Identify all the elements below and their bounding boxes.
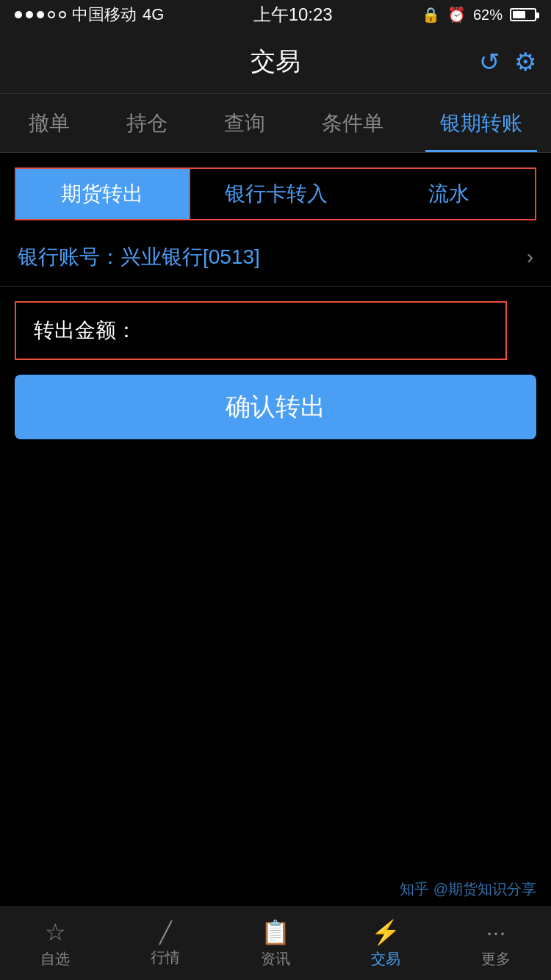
page-title: 交易 — [251, 45, 300, 79]
amount-row[interactable]: 转出金额： — [15, 301, 507, 360]
bank-account-text: 银行账号：兴业银行[0513] — [18, 243, 260, 271]
battery-percent: 62% — [473, 7, 503, 24]
bank-account-row[interactable]: 银行账号：兴业银行[0513] › — [0, 228, 551, 287]
bottom-tab-trade[interactable]: ⚡ 交易 — [331, 918, 441, 969]
news-label: 资讯 — [261, 949, 290, 969]
market-label: 行情 — [151, 948, 180, 968]
bottom-tab-bar: ☆ 自选 ╱ 行情 📋 资讯 ⚡ 交易 ··· 更多 — [0, 907, 551, 980]
bank-account-suffix: [0513] — [203, 245, 260, 268]
chevron-right-icon[interactable]: › — [527, 245, 533, 269]
settings-icon[interactable]: ⚙ — [514, 47, 536, 76]
subtab-flow[interactable]: 流水 — [362, 167, 536, 220]
trade-label: 交易 — [371, 949, 400, 969]
lock-icon: 🔒 — [422, 6, 440, 24]
tab-bank-transfer[interactable]: 银期转账 — [425, 102, 537, 145]
signal-dots — [15, 11, 66, 18]
top-nav-tabs: 撤单 持仓 查询 条件单 银期转账 — [0, 94, 551, 153]
status-right: 🔒 ⏰ 62% — [422, 6, 536, 24]
status-left: 中国移动 4G — [15, 4, 164, 26]
chart-icon: ╱ — [159, 920, 172, 945]
more-icon: ··· — [486, 919, 506, 946]
subtab-futures-out[interactable]: 期货转出 — [15, 167, 190, 220]
bottom-tab-watchlist[interactable]: ☆ 自选 — [0, 918, 110, 969]
more-label: 更多 — [481, 949, 511, 969]
sub-tabs: 期货转出 银行卡转入 流水 — [0, 167, 551, 220]
tab-positions[interactable]: 持仓 — [112, 102, 182, 145]
trade-icon: ⚡ — [371, 918, 400, 946]
amount-input[interactable] — [137, 319, 488, 342]
battery-indicator — [510, 8, 536, 21]
tab-cancel-order[interactable]: 撤单 — [14, 102, 84, 145]
bottom-tab-market[interactable]: ╱ 行情 — [110, 920, 220, 968]
subtab-bank-in[interactable]: 银行卡转入 — [190, 167, 363, 220]
header-actions: ↺ ⚙ — [479, 47, 536, 76]
star-icon: ☆ — [45, 918, 66, 946]
refresh-icon[interactable]: ↺ — [479, 47, 500, 76]
bottom-tab-news[interactable]: 📋 资讯 — [220, 918, 331, 969]
app-header: 交易 ↺ ⚙ — [0, 29, 551, 94]
watchlist-label: 自选 — [40, 949, 70, 969]
network-label: 4G — [143, 5, 164, 24]
confirm-transfer-button[interactable]: 确认转出 — [15, 375, 536, 439]
tab-query[interactable]: 查询 — [209, 102, 280, 145]
tab-condition-order[interactable]: 条件单 — [307, 102, 398, 145]
amount-section: 转出金额： — [0, 301, 551, 360]
status-bar: 中国移动 4G 上午10:23 🔒 ⏰ 62% — [0, 0, 551, 29]
watermark: 知乎 @期货知识分享 — [400, 879, 536, 899]
bottom-tab-more[interactable]: ··· 更多 — [441, 919, 551, 969]
amount-label: 转出金额： — [34, 317, 137, 345]
alarm-icon: ⏰ — [447, 6, 466, 24]
status-time: 上午10:23 — [253, 3, 333, 26]
bank-account-prefix: 银行账号：兴业银行 — [18, 245, 203, 268]
carrier-label: 中国移动 — [72, 4, 137, 26]
news-icon: 📋 — [261, 918, 290, 946]
